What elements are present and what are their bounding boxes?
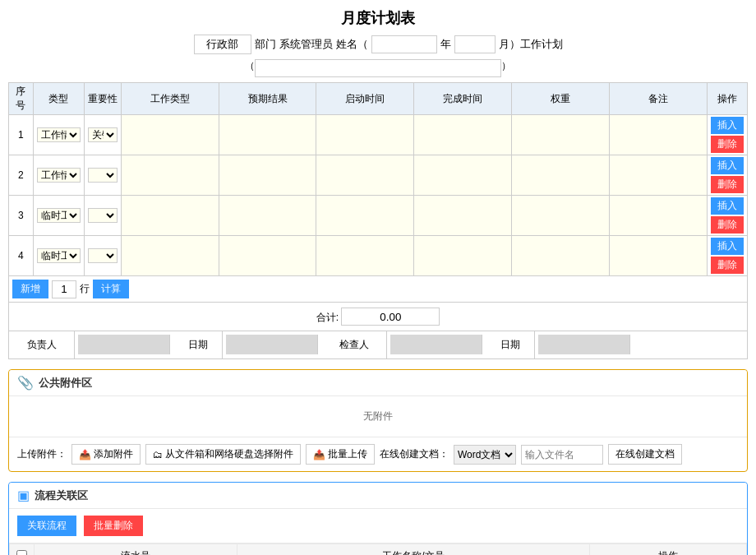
row-start[interactable] (316, 236, 414, 276)
end-input-2[interactable] (417, 169, 508, 181)
sub-header: （ ） (8, 59, 748, 77)
row-weight[interactable] (512, 115, 610, 155)
type-select-3[interactable]: 工作情况 临时工作 (37, 208, 81, 223)
remark-input-2[interactable] (613, 169, 703, 181)
upload-label: 上传附件： (17, 447, 67, 461)
row-end[interactable] (414, 236, 512, 276)
row-importance[interactable]: 关键 重要 一般 (84, 155, 121, 196)
expected-input-3[interactable] (223, 210, 313, 221)
row-expected[interactable] (219, 236, 316, 276)
row-seq: 3 (9, 196, 34, 236)
row-start[interactable] (316, 196, 414, 236)
row-type[interactable]: 工作情况 临时工作 (33, 115, 84, 155)
sub-header-input[interactable] (255, 59, 501, 77)
remark-input-3[interactable] (613, 210, 703, 221)
expected-input-1[interactable] (223, 129, 313, 141)
manager-name: 系统管理员 (279, 37, 333, 52)
batch-upload-button[interactable]: 📤 批量上传 (306, 444, 375, 465)
add-attachment-button[interactable]: 📤 添加附件 (71, 444, 141, 465)
row-end[interactable] (414, 155, 512, 196)
work-type-input-4[interactable] (125, 250, 215, 261)
add-row-button[interactable]: 新增 (12, 280, 48, 298)
insert-button-4[interactable]: 插入 (711, 238, 744, 255)
type-select-4[interactable]: 工作情况 临时工作 (37, 248, 81, 263)
year-input[interactable] (454, 35, 496, 53)
select-all-checkbox[interactable] (16, 550, 27, 556)
total-input[interactable] (341, 308, 440, 326)
row-remark[interactable] (610, 115, 708, 155)
create-doc-button[interactable]: 在线创建文档 (608, 444, 682, 465)
row-remark[interactable] (610, 196, 708, 236)
expected-input-4[interactable] (223, 250, 313, 261)
row-start[interactable] (316, 155, 414, 196)
end-input-4[interactable] (417, 250, 508, 261)
delete-button-2[interactable]: 删除 (711, 176, 744, 193)
row-type[interactable]: 工作情况 临时工作 (33, 236, 84, 276)
weight-input-4[interactable] (515, 250, 606, 261)
row-expected[interactable] (219, 155, 316, 196)
row-work-type[interactable] (121, 115, 219, 155)
delete-button-4[interactable]: 删除 (711, 257, 744, 274)
flow-icon: ▣ (17, 488, 30, 503)
importance-select-4[interactable]: 关键 重要 一般 (88, 248, 118, 263)
cloud-select-button[interactable]: 🗂 从文件箱和网络硬盘选择附件 (145, 444, 301, 465)
delete-button-3[interactable]: 删除 (711, 216, 744, 234)
remark-input-1[interactable] (613, 129, 703, 141)
name-input[interactable] (371, 35, 437, 53)
importance-select-1[interactable]: 关键 重要 一般 (88, 127, 118, 142)
row-remark[interactable] (610, 155, 708, 196)
responsible-input[interactable] (78, 335, 170, 354)
weight-input-3[interactable] (515, 210, 606, 221)
type-select-1[interactable]: 工作情况 临时工作 (37, 127, 81, 142)
end-input-1[interactable] (417, 129, 508, 141)
expected-input-2[interactable] (223, 169, 313, 181)
row-work-type[interactable] (121, 196, 219, 236)
row-remark[interactable] (610, 236, 708, 276)
row-end[interactable] (414, 115, 512, 155)
row-importance[interactable]: 关键 重要 一般 (84, 236, 121, 276)
insert-button-2[interactable]: 插入 (711, 157, 744, 174)
inspector-input[interactable] (390, 335, 482, 354)
row-weight[interactable] (512, 236, 610, 276)
weight-input-2[interactable] (515, 169, 606, 181)
row-importance[interactable]: 关键 重要 一般 (84, 196, 121, 236)
doc-type-select[interactable]: Word文档 Excel文档 PPT文档 (454, 445, 516, 465)
type-select-2[interactable]: 工作情况 临时工作 (37, 168, 81, 183)
date1-input[interactable] (226, 335, 318, 354)
row-count-input[interactable] (52, 280, 76, 298)
row-type[interactable]: 工作情况 临时工作 (33, 196, 84, 236)
importance-select-2[interactable]: 关键 重要 一般 (88, 168, 118, 183)
col-header-weight: 权重 (512, 83, 610, 115)
delete-button-1[interactable]: 删除 (711, 136, 744, 153)
row-expected[interactable] (219, 196, 316, 236)
work-type-input-2[interactable] (125, 169, 215, 181)
start-input-1[interactable] (320, 129, 410, 141)
row-work-type[interactable] (121, 155, 219, 196)
row-work-type[interactable] (121, 236, 219, 276)
insert-button-1[interactable]: 插入 (711, 117, 744, 134)
date2-input[interactable] (538, 335, 630, 354)
row-end[interactable] (414, 196, 512, 236)
weight-input-1[interactable] (515, 129, 606, 141)
importance-select-3[interactable]: 关键 重要 一般 (88, 208, 118, 223)
start-input-4[interactable] (320, 250, 410, 261)
row-expected[interactable] (219, 115, 316, 155)
doc-name-input[interactable] (521, 445, 603, 465)
work-type-input-3[interactable] (125, 210, 215, 221)
batch-delete-button[interactable]: 批量删除 (84, 516, 143, 536)
row-start[interactable] (316, 115, 414, 155)
row-weight[interactable] (512, 155, 610, 196)
insert-button-3[interactable]: 插入 (711, 197, 744, 215)
work-type-input-1[interactable] (125, 129, 215, 141)
remark-input-4[interactable] (613, 250, 703, 261)
link-flow-button[interactable]: 关联流程 (17, 516, 76, 536)
start-input-3[interactable] (320, 210, 410, 221)
row-importance[interactable]: 关键 重要 一般 (84, 115, 121, 155)
row-type[interactable]: 工作情况 临时工作 (33, 155, 84, 196)
start-input-2[interactable] (320, 169, 410, 181)
end-input-3[interactable] (417, 210, 508, 221)
calc-button[interactable]: 计算 (93, 280, 129, 298)
flow-col-name: 工作名称/文号 (237, 544, 590, 556)
row-weight[interactable] (512, 196, 610, 236)
flow-section: ▣ 流程关联区 关联流程 批量删除 流水号 工作名称/文号 操作 暂无数据 (8, 482, 748, 555)
